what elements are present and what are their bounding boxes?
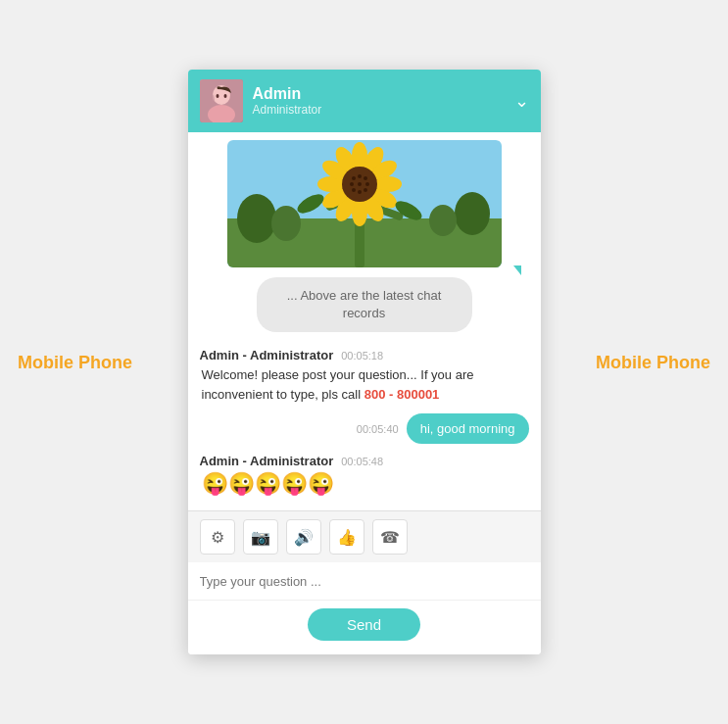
- like-icon: 👍: [337, 528, 357, 547]
- svg-point-4: [223, 94, 226, 98]
- mobile-phone-label-left: Mobile Phone: [18, 352, 132, 372]
- message-meta-2: Admin - Administrator 00:05:48: [200, 454, 529, 468]
- latest-records-bubble: ... Above are the latest chat records: [257, 277, 472, 332]
- chat-body: ... Above are the latest chat records Ad…: [188, 132, 541, 510]
- message-text-1: Welcome! please post your question... If…: [200, 365, 529, 404]
- svg-point-25: [358, 174, 362, 178]
- settings-button[interactable]: ⚙: [200, 519, 235, 555]
- message-block-2: Admin - Administrator 00:05:48 😜😜😜😜😜: [188, 448, 541, 503]
- phone-icon: ☎: [380, 528, 400, 547]
- message-author-2: Admin - Administrator: [200, 454, 334, 468]
- admin-role: Administrator: [253, 103, 505, 117]
- chat-header: Admin Administrator ⌄: [188, 70, 541, 132]
- outgoing-bubble: hi, good morning: [407, 413, 529, 444]
- audio-button[interactable]: 🔊: [286, 519, 321, 555]
- input-area: [188, 562, 541, 600]
- svg-point-36: [455, 192, 490, 235]
- camera-button[interactable]: 📷: [243, 519, 278, 555]
- collapse-button[interactable]: ⌄: [514, 90, 529, 112]
- phone-button[interactable]: ☎: [372, 519, 408, 555]
- toolbar: ⚙ 📷 🔊 👍 ☎: [188, 510, 541, 562]
- chat-window: Admin Administrator ⌄: [188, 70, 541, 654]
- svg-point-38: [429, 205, 457, 236]
- message-author-1: Admin - Administrator: [200, 348, 334, 362]
- image-bubble: [227, 140, 529, 267]
- outgoing-message: 00:05:40 hi, good morning: [188, 410, 541, 448]
- phone-number: 800 - 800001: [364, 387, 440, 402]
- svg-point-32: [358, 182, 362, 186]
- message-block-1: Admin - Administrator 00:05:18 Welcome! …: [188, 342, 541, 410]
- svg-point-35: [237, 194, 276, 243]
- svg-point-29: [358, 190, 362, 194]
- message-meta-1: Admin - Administrator 00:05:18: [200, 348, 529, 362]
- avatar: [200, 79, 243, 122]
- avatar-image: [200, 79, 243, 122]
- outgoing-time: 00:05:40: [357, 423, 399, 435]
- mobile-phone-label-right: Mobile Phone: [596, 352, 710, 372]
- send-button[interactable]: Send: [308, 608, 420, 641]
- svg-point-27: [365, 182, 369, 186]
- svg-point-3: [216, 94, 218, 98]
- emoji-message: 😜😜😜😜😜: [200, 471, 529, 497]
- svg-point-24: [352, 176, 356, 180]
- settings-icon: ⚙: [211, 528, 224, 547]
- svg-point-28: [364, 188, 367, 192]
- admin-name: Admin: [253, 85, 505, 103]
- svg-point-37: [271, 206, 301, 241]
- audio-icon: 🔊: [294, 528, 314, 547]
- like-button[interactable]: 👍: [329, 519, 364, 555]
- message-time-1: 00:05:18: [341, 350, 383, 362]
- camera-icon: 📷: [251, 528, 270, 547]
- svg-point-31: [350, 182, 354, 186]
- send-area: Send: [188, 600, 541, 654]
- svg-point-26: [364, 176, 367, 180]
- svg-point-30: [352, 188, 356, 192]
- message-time-2: 00:05:48: [341, 456, 383, 467]
- header-info: Admin Administrator: [253, 85, 505, 117]
- message-input[interactable]: [200, 574, 529, 589]
